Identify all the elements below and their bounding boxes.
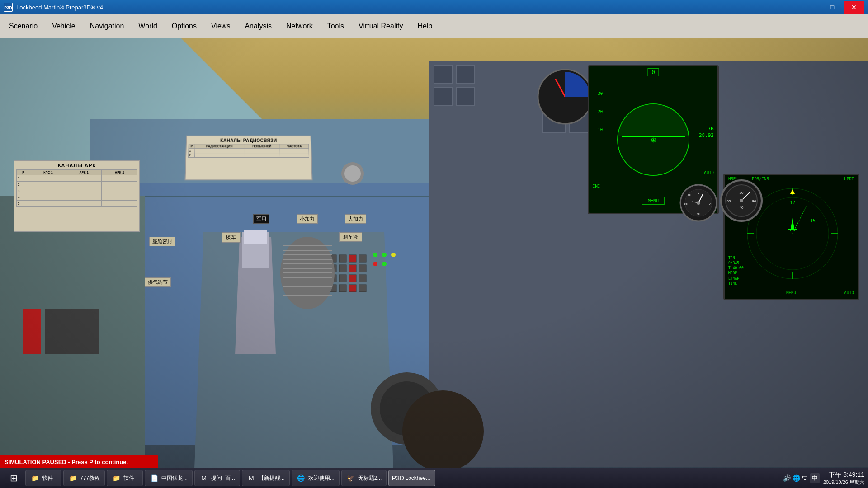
taskbar-label-7: 无标题2... [358,474,382,482]
menu-item-vehicle[interactable]: Vehicle [45,14,83,38]
svg-text:80: 80 [752,199,756,203]
brake-cooling-label: 刹车液 [339,232,362,242]
clock[interactable]: 下午 8:49:11 2019/10/26 星期六 [823,471,864,486]
alt-gauge: 0 60 80 20 40 [678,183,719,223]
menu-item-scenario[interactable]: Scenario [2,14,45,38]
taskbar-item-2[interactable]: 📁 软件 [107,470,143,486]
tray-shield-icon[interactable]: 🛡 [802,474,808,482]
mfd-pitch-20: -20 [595,109,603,114]
svg-text:40: 40 [688,193,691,197]
nav-updt-label: UPDT [844,177,854,181]
taskbar-label-2: 软件 [123,474,134,482]
tray-network-icon[interactable]: 🌐 [793,474,800,482]
speed-gauge: 20 40 60 80 [719,178,764,223]
window-controls: — □ ✕ [800,1,864,14]
svg-text:0: 0 [698,191,699,194]
tray-input-method[interactable]: 中 [810,473,820,483]
maximize-button[interactable]: □ [822,1,843,14]
taskbar-right: 🔊 🌐 🛡 中 下午 8:49:11 2019/10/26 星期六 [783,471,864,486]
mfd-pitch-30: -30 [595,91,603,96]
taskbar-icon-4: M [199,474,208,483]
canals-apc-panel: КАНАЛЫ АРК Р КПС-1 АРК-1 АРК-2 1 2 3 4 5 [14,160,140,232]
mfd-menu-label: MENU [642,197,665,205]
canals-radio-panel: КАНАЛЫ РАДИОСВЯЗИ Р РАДИОСТАНЦИЯ ПОЗЫВНО… [184,136,312,181]
svg-text:60: 60 [697,212,700,216]
military-label: 军用 [253,214,269,224]
svg-text:12: 12 [790,200,795,205]
close-button[interactable]: ✕ [844,1,864,14]
svg-point-19 [697,201,700,205]
svg-text:15: 15 [810,218,816,223]
taskbar-icon-5: M [247,474,256,483]
nav-menu-label: MENU [786,291,796,295]
menu-item-tools[interactable]: Tools [320,14,351,38]
taskbar-icon-2: 📁 [112,474,121,483]
minimize-button[interactable]: — [800,1,821,14]
taskbar-icon-0: 📁 [30,474,39,483]
canals-apc-title: КАНАЛЫ АРК [16,163,137,168]
menu-item-analysis[interactable]: Analysis [237,14,279,38]
svg-text:60: 60 [727,199,731,203]
nav-auto-label: AUTO [844,291,854,295]
taskbar-icon-3: 📄 [150,474,159,483]
sim-paused-bar: SIMULATION PAUSED - Press P to continue. [0,455,158,468]
sim-paused-text: SIMULATION PAUSED - Press P to continue. [5,459,128,465]
svg-text:40: 40 [740,206,744,210]
svg-marker-31 [790,189,795,194]
title-bar-left: P3D Lockheed Martin® Prepar3D® v4 [4,3,103,12]
taskbar-item-5[interactable]: M 【新提醒... [242,470,290,486]
menu-item-views[interactable]: Views [204,14,237,38]
taskbar-item-7[interactable]: 🦅 无标题2... [341,470,387,486]
system-tray: 🔊 🌐 🛡 中 [783,473,820,483]
menu-item-options[interactable]: Options [165,14,204,38]
taskbar-label-8: Lockhee... [405,475,430,481]
cabin-seal-label: 座舱密封 [149,237,175,246]
taskbar-items: 📁 软件 📁 777教程 📁 软件 📄 中国猛龙... M 提问_百... M … [25,470,435,486]
alt-gauge-svg: 0 60 80 20 40 [678,183,719,223]
taskbar: ⊞ 📁 软件 📁 777教程 📁 软件 📄 中国猛龙... M 提问_百... … [0,468,868,488]
speed-gauge-svg: 20 40 60 80 [719,178,764,223]
app-icon: P3D [4,3,13,12]
clock-date: 2019/10/26 星期六 [823,479,864,486]
svg-text:20: 20 [740,191,744,195]
menu-item-navigation[interactable]: Navigation [83,14,132,38]
mfd-auto-label: AUTO [704,170,714,175]
taskbar-label-0: 软件 [42,474,53,482]
small-power-label: 小加力 [297,214,318,224]
big-power-label: 大加力 [345,214,366,224]
menu-item-world[interactable]: World [131,14,165,38]
start-button[interactable]: ⊞ [4,470,24,486]
taskbar-item-8[interactable]: P3D Lockhee... [388,470,435,486]
attitude-circle: ⊕ [617,103,689,176]
menu-item-network[interactable]: Network [279,14,320,38]
tray-volume-icon[interactable]: 🔊 [783,474,791,482]
nav-bottom-left: TCN 0/345 T 40:00 MODE L4MAP TIME [728,256,744,286]
menu-item-vr[interactable]: Virtual Reality [351,14,410,38]
mfd-ini-label: INI [593,184,600,188]
taskbar-item-0[interactable]: 📁 软件 [25,470,61,486]
taskbar-icon-7: 🦅 [346,474,355,483]
main-content: КАНАЛЫ АРК Р КПС-1 АРК-1 АРК-2 1 2 3 4 5… [0,38,868,468]
taskbar-item-1[interactable]: 📁 777教程 [63,470,105,486]
throttle-labels: 军用 小加力 大加力 [253,214,366,224]
taskbar-item-6[interactable]: 🌐 欢迎使用... [292,470,340,486]
mfd-pitch-10: -10 [595,127,603,132]
taskbar-label-4: 提问_百... [211,474,235,482]
menu-item-help[interactable]: Help [410,14,439,38]
taskbar-item-4[interactable]: M 提问_百... [194,470,240,486]
taskbar-label-3: 中国猛龙... [161,474,188,482]
svg-text:80: 80 [684,202,688,206]
svg-text:20: 20 [709,202,712,206]
brake-label: 楼车 [222,232,241,243]
svg-text:P3D: P3D [4,5,12,10]
taskbar-icon-6: 🌐 [297,474,306,483]
menu-bar: ScenarioVehicleNavigationWorldOptionsVie… [0,14,868,38]
windows-icon: ⊞ [10,473,18,483]
title-bar: P3D Lockheed Martin® Prepar3D® v4 — □ ✕ [0,0,868,14]
clock-time: 下午 8:49:11 [823,471,864,479]
air-supply-label: 供气调节 [145,277,171,287]
taskbar-icon-8: P3D [393,474,402,483]
radio-table: Р РАДИОСТАНЦИЯ ПОЗЫВНОЙ ЧАСТОТА 1 2 [188,144,309,158]
canals-radio-title: КАНАЛЫ РАДИОСВЯЗИ [189,138,309,143]
taskbar-item-3[interactable]: 📄 中国猛龙... [145,470,193,486]
